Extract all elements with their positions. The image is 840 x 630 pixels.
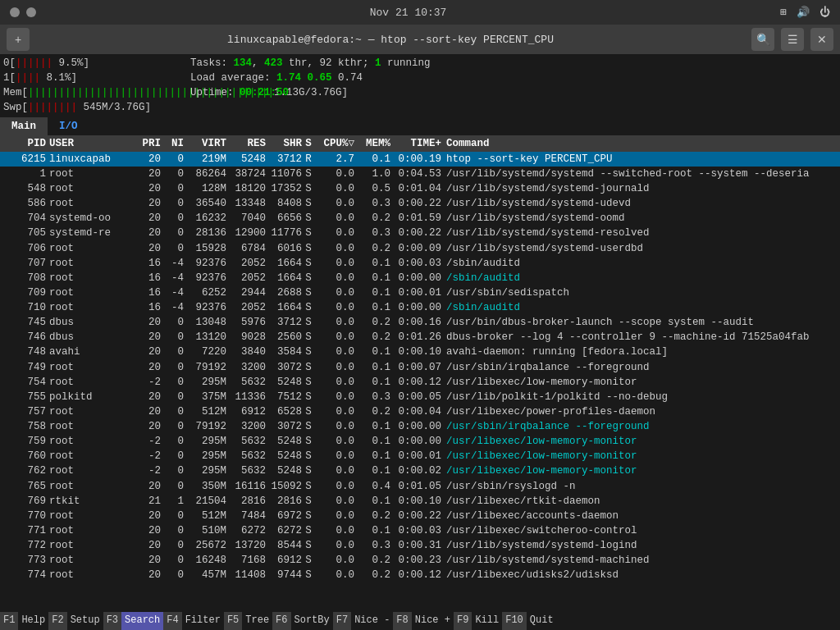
- table-row[interactable]: 771root200510M62726272S0.00.10:00.03/usr…: [0, 523, 840, 538]
- table-row[interactable]: 757root200512M69126528S0.00.20:00.04/usr…: [0, 404, 840, 419]
- header-ni[interactable]: NI: [161, 136, 184, 151]
- cell-virt: 375M: [184, 390, 226, 404]
- cell-cmd: /usr/sbin/rsyslogd -n: [441, 479, 837, 494]
- new-tab-button[interactable]: +: [7, 28, 30, 51]
- cell-cmd: /usr/libexec/power-profiles-daemon: [441, 404, 837, 419]
- table-row[interactable]: 1root200862643872411076S0.01.00:04.53/us…: [0, 167, 840, 181]
- header-user[interactable]: USER: [49, 136, 131, 151]
- table-row[interactable]: 705systemd-re200281361290011776S0.00.30:…: [0, 226, 840, 240]
- header-pid[interactable]: PID: [3, 136, 46, 151]
- table-row[interactable]: 772root20025672137208544S0.00.30:00.31/u…: [0, 538, 840, 553]
- header-s[interactable]: S: [302, 136, 315, 151]
- funckey-f6[interactable]: F6SortBy: [272, 612, 333, 630]
- cell-res: 5632: [226, 434, 266, 449]
- fkey-num-F4: F4: [163, 612, 181, 630]
- cell-virt: 92376: [184, 271, 226, 285]
- cell-virt: 92376: [184, 256, 226, 271]
- cell-pri: 20: [131, 360, 161, 375]
- cell-s: S: [302, 553, 315, 568]
- cell-time: 0:00.01: [390, 285, 441, 300]
- traffic-light-2: [26, 7, 36, 17]
- table-row[interactable]: 754root-20295M56325248S0.00.10:00.12/usr…: [0, 375, 840, 390]
- header-pri[interactable]: PRI: [131, 136, 161, 151]
- table-row[interactable]: 760root-20295M56325248S0.00.10:00.01/usr…: [0, 449, 840, 463]
- tasks-info: Tasks: 134, 423 thr, 92 kthr; 1 running: [190, 56, 837, 71]
- funckey-f4[interactable]: F4Filter: [163, 612, 224, 630]
- funckey-f1[interactable]: F1Help: [0, 612, 48, 630]
- cell-shr: 6656: [266, 211, 302, 226]
- cell-time: 0:00.22: [390, 196, 441, 211]
- cell-pri: 16: [131, 300, 161, 315]
- cell-res: 3200: [226, 360, 266, 375]
- cell-ni: 0: [161, 523, 184, 538]
- cell-ni: -4: [161, 285, 184, 300]
- table-row[interactable]: 774root200457M114089744S0.00.20:00.12/us…: [0, 568, 840, 582]
- header-cpu[interactable]: CPU%▽: [315, 136, 354, 151]
- cell-time: 0:00.12: [390, 568, 441, 582]
- table-row[interactable]: 6215linuxcapab200219M52483712R2.70.10:00…: [0, 152, 840, 167]
- table-row[interactable]: 765root200350M1611615092S0.00.40:01.05/u…: [0, 479, 840, 494]
- cell-user: systemd-re: [49, 226, 131, 240]
- funckey-f9[interactable]: F9Kill: [454, 612, 502, 630]
- header-res[interactable]: RES: [226, 136, 266, 151]
- traffic-light-1: [10, 7, 20, 17]
- cell-cmd: /sbin/auditd: [441, 256, 837, 271]
- cell-virt: 219M: [184, 152, 226, 167]
- table-row[interactable]: 708root16-49237620521664S0.00.10:00.00/s…: [0, 271, 840, 285]
- close-button[interactable]: ✕: [810, 28, 833, 51]
- table-row[interactable]: 755polkitd200375M113367512S0.00.30:00.05…: [0, 390, 840, 404]
- table-row[interactable]: 548root200128M1812017352S0.00.50:01.04/u…: [0, 181, 840, 196]
- header-shr[interactable]: SHR: [266, 136, 302, 151]
- funckey-f8[interactable]: F8Nice +: [393, 612, 454, 630]
- cell-user: root: [49, 553, 131, 568]
- table-row[interactable]: 710root16-49237620521664S0.00.10:00.00/s…: [0, 300, 840, 315]
- title-bar-left: [10, 7, 36, 17]
- table-row[interactable]: 745dbus2001304859763712S0.00.20:00.16/us…: [0, 315, 840, 330]
- cell-res: 5976: [226, 315, 266, 330]
- table-row[interactable]: 706root2001592867846016S0.00.20:00.09/us…: [0, 241, 840, 256]
- cell-pri: 20: [131, 345, 161, 359]
- tab-io[interactable]: I/O: [48, 117, 89, 135]
- cell-s: S: [302, 463, 315, 478]
- funckey-f10[interactable]: F10Quit: [502, 612, 556, 630]
- table-row[interactable]: 746dbus2001312090282560S0.00.20:01.26dbu…: [0, 330, 840, 345]
- cell-mem: 0.1: [354, 285, 390, 300]
- table-row[interactable]: 749root2007919232003072S0.00.10:00.07/us…: [0, 360, 840, 375]
- cell-pri: 20: [131, 211, 161, 226]
- cell-mem: 0.1: [354, 375, 390, 390]
- cell-pid: 745: [3, 315, 46, 330]
- table-row[interactable]: 773root2001624871686912S0.00.20:00.23/us…: [0, 553, 840, 568]
- cell-mem: 0.3: [354, 196, 390, 211]
- header-time[interactable]: TIME+: [390, 136, 441, 151]
- fkey-label-nice+: Nice +: [412, 612, 454, 630]
- cell-mem: 0.2: [354, 509, 390, 523]
- cell-ni: 0: [161, 181, 184, 196]
- cell-shr: 3072: [266, 419, 302, 434]
- table-row[interactable]: 762root-20295M56325248S0.00.10:00.02/usr…: [0, 463, 840, 478]
- table-row[interactable]: 586root20036540133488408S0.00.30:00.22/u…: [0, 196, 840, 211]
- tab-main[interactable]: Main: [0, 117, 48, 135]
- table-row[interactable]: 704systemd-oo2001623270406656S0.00.20:01…: [0, 211, 840, 226]
- funckey-f3[interactable]: F3Search: [103, 612, 164, 630]
- search-button[interactable]: 🔍: [751, 28, 774, 51]
- funckey-f7[interactable]: F7Nice -: [333, 612, 394, 630]
- cell-s: S: [302, 167, 315, 181]
- cell-pri: 20: [131, 241, 161, 256]
- header-cmd[interactable]: Command: [441, 136, 837, 151]
- table-row[interactable]: 709root16-4625229442688S0.00.10:00.01/us…: [0, 285, 840, 300]
- table-row[interactable]: 769rtkit2112150428162816S0.00.10:00.10/u…: [0, 494, 840, 509]
- cell-virt: 512M: [184, 509, 226, 523]
- funckey-f5[interactable]: F5Tree: [224, 612, 272, 630]
- menu-button[interactable]: ☰: [781, 28, 804, 51]
- table-row[interactable]: 707root16-49237620521664S0.00.10:00.03/s…: [0, 256, 840, 271]
- cell-time: 0:00.04: [390, 404, 441, 419]
- table-row[interactable]: 758root2007919232003072S0.00.10:00.00/us…: [0, 419, 840, 434]
- header-virt[interactable]: VIRT: [184, 136, 226, 151]
- funckey-bar: F1HelpF2SetupF3SearchF4FilterF5TreeF6Sor…: [0, 612, 840, 630]
- table-row[interactable]: 748avahi200722038403584S0.00.10:00.10ava…: [0, 345, 840, 359]
- table-row[interactable]: 759root-20295M56325248S0.00.10:00.00/usr…: [0, 434, 840, 449]
- cell-cpu: 0.0: [315, 285, 354, 300]
- table-row[interactable]: 770root200512M74846972S0.00.20:00.22/usr…: [0, 509, 840, 523]
- header-mem[interactable]: MEM%: [354, 136, 390, 151]
- funckey-f2[interactable]: F2Setup: [48, 612, 103, 630]
